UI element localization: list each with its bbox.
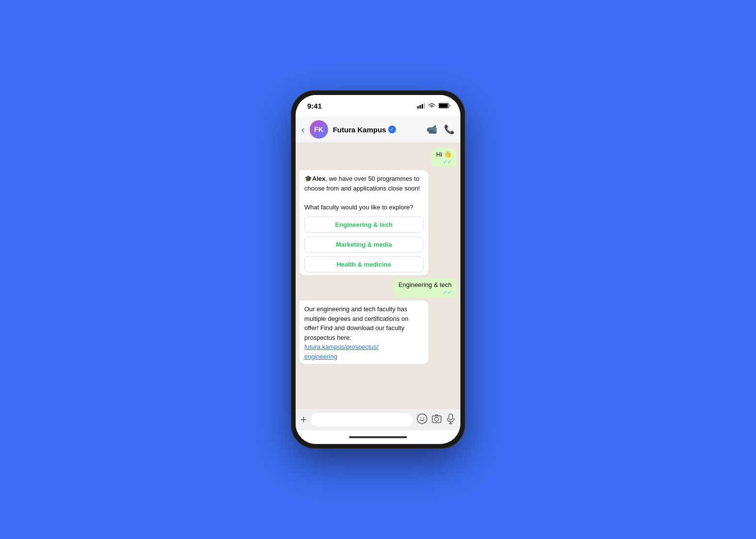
svg-point-9	[423, 417, 424, 418]
msg-text: Our engineering and tech faculty has mul…	[304, 305, 409, 360]
contact-name-row: Futura Kampus ✓	[333, 126, 422, 134]
msg-meta: ✓✓	[436, 159, 452, 165]
option-marketing-media[interactable]: Marketing & media	[304, 237, 424, 253]
msg-text: 🎓Alex, we have over 50 programmes to cho…	[304, 175, 420, 211]
option-engineering-tech[interactable]: Engineering & tech	[304, 217, 424, 233]
sticker-button[interactable]	[417, 413, 427, 427]
svg-rect-0	[417, 106, 419, 109]
svg-point-7	[417, 414, 427, 424]
phone-frame: 9:41	[291, 90, 465, 449]
message-sent-engineering: Engineering & tech ✓✓	[394, 278, 457, 298]
svg-rect-1	[420, 105, 421, 109]
read-ticks: ✓✓	[443, 159, 452, 165]
contact-name: Futura Kampus	[333, 126, 386, 134]
attachment-button[interactable]: +	[300, 413, 307, 426]
contact-avatar: FK	[310, 120, 328, 139]
svg-rect-2	[422, 104, 423, 109]
svg-rect-10	[432, 416, 441, 423]
message-input[interactable]	[311, 413, 413, 427]
header-action-icons: 📹 📞	[426, 124, 455, 135]
status-icons	[417, 103, 451, 109]
msg-meta: ✓✓	[398, 289, 452, 296]
option-health-medicine[interactable]: Health & medicine	[304, 256, 424, 272]
verified-icon: ✓	[388, 126, 396, 133]
message-recv-engineering-info: Our engineering and tech faculty has mul…	[299, 301, 428, 364]
phone-screen: 9:41	[296, 95, 460, 444]
chat-header: ‹ FK Futura Kampus ✓ 📹 📞	[296, 116, 460, 143]
video-call-icon[interactable]: 📹	[426, 124, 437, 135]
back-button[interactable]: ‹	[301, 124, 305, 135]
home-bar	[349, 436, 407, 438]
wifi-icon	[428, 103, 436, 109]
message-recv-programmes: 🎓Alex, we have over 50 programmes to cho…	[299, 170, 428, 275]
battery-icon	[439, 103, 451, 109]
chat-area: Hi 👋 ✓✓ 🎓Alex, we have over 50 programme…	[296, 143, 460, 409]
mic-icon	[446, 413, 456, 424]
signal-icon	[417, 103, 425, 109]
contact-info: Futura Kampus ✓	[333, 126, 422, 134]
svg-rect-12	[449, 414, 453, 420]
message-sent-hi: Hi 👋 ✓✓	[431, 148, 457, 167]
camera-icon	[431, 413, 442, 424]
sticker-icon	[417, 413, 427, 424]
camera-button[interactable]	[431, 413, 442, 427]
svg-rect-3	[424, 103, 425, 109]
msg-text: Hi 👋	[436, 151, 452, 158]
mic-button[interactable]	[446, 413, 456, 427]
svg-rect-5	[439, 104, 448, 108]
phone-call-icon[interactable]: 📞	[444, 124, 455, 135]
svg-rect-6	[449, 105, 450, 107]
input-bar: +	[296, 409, 460, 430]
prospectus-link[interactable]: futura.kampus/prospectus/engineering	[304, 343, 378, 360]
svg-point-8	[420, 417, 421, 418]
svg-point-11	[435, 417, 439, 421]
read-ticks: ✓✓	[443, 289, 452, 296]
status-bar: 9:41	[296, 95, 460, 116]
home-indicator	[296, 430, 460, 444]
msg-text: Engineering & tech	[398, 281, 452, 288]
status-time: 9:41	[307, 102, 322, 110]
